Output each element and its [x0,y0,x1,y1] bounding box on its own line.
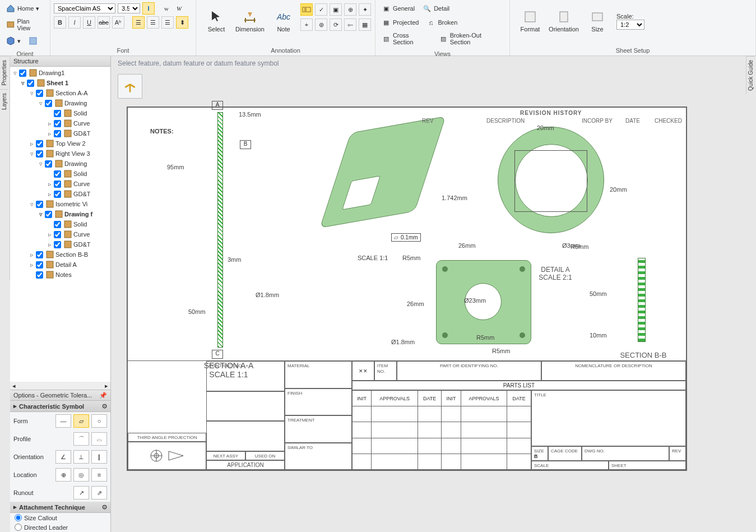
broken-view-button[interactable]: ⎌Broken [424,16,460,29]
vertical-align-button[interactable]: ⬍ [176,16,188,29]
tree-visibility-checkbox[interactable] [36,201,43,208]
tree-item[interactable]: ▿Drawing [11,159,109,169]
tree-expander-icon[interactable]: ▿ [29,201,35,208]
tree-item[interactable]: ▹Section B-B [11,249,109,260]
tree-visibility-checkbox[interactable] [54,110,61,117]
tree-item[interactable]: Solid [11,108,109,118]
size-callout-radio[interactable] [15,514,22,521]
align-right-button[interactable]: ☰ [161,16,174,29]
tree-visibility-checkbox[interactable] [45,100,52,107]
superscript-button[interactable]: Aᵇ [112,16,124,29]
total-runout-symbol[interactable]: ⇗ [91,486,107,499]
tree-visibility-checkbox[interactable] [54,191,61,198]
tree-visibility-checkbox[interactable] [45,160,52,168]
align-left-button[interactable]: ☰ [132,16,145,29]
tree-visibility-checkbox[interactable] [54,241,61,248]
tree-visibility-checkbox[interactable] [36,90,43,97]
tree-visibility-checkbox[interactable] [54,221,61,228]
drawing-canvas[interactable]: Select feature, datum feature or datum f… [111,56,746,532]
collapse-icon[interactable]: ⊙ [102,403,107,410]
tree-visibility-checkbox[interactable] [54,170,61,178]
perpendicularity-symbol[interactable]: ⊥ [73,450,89,464]
tree-item[interactable]: ▹GD&T [11,128,109,138]
detail-view-button[interactable]: 🔍Detail [420,2,452,15]
tree-item[interactable]: ▹Curve [11,229,109,239]
tree-expander-icon[interactable]: ▿ [20,80,26,87]
tree-item[interactable]: ▿Right View 3 [11,149,109,159]
display-mode-button[interactable] [26,35,40,47]
attach-technique-header[interactable]: ▸ Attachment Technique ⊙ [10,502,110,513]
plan-view-button[interactable]: Plan View [3,16,47,33]
tree-expander-icon[interactable]: ▿ [38,211,44,218]
tree-visibility-checkbox[interactable] [19,70,26,77]
thread-button[interactable]: ⊛ [315,18,327,31]
width-factor-button[interactable]: w [161,3,171,13]
tree-visibility-checkbox[interactable] [54,231,61,238]
profile-line-symbol[interactable]: ⌒ [73,432,89,446]
tree-visibility-checkbox[interactable] [54,120,61,127]
tree-visibility-checkbox[interactable] [36,271,43,279]
tree-expander-icon[interactable]: ▿ [12,70,18,77]
tree-expander-icon[interactable]: ▿ [38,160,44,168]
scale-select[interactable]: 1:2 [616,20,644,30]
projected-view-button[interactable]: ▦Projected [379,16,421,29]
tree-item[interactable]: ▹GD&T [11,189,109,199]
position-symbol[interactable]: ⊕ [55,468,71,482]
format-button[interactable]: Format [513,2,547,40]
concentricity-symbol[interactable]: ◎ [73,468,89,482]
tree-visibility-checkbox[interactable] [54,130,61,137]
tree-item[interactable]: ▿Drawing [11,98,109,108]
font-family-select[interactable]: SpaceClaim AS [54,3,115,13]
balloon-button[interactable]: ⟜ [344,18,356,31]
tree-expander-icon[interactable]: ▿ [29,150,35,158]
layers-tab[interactable]: Layers [0,89,8,113]
tree-expander-icon[interactable]: ▹ [29,261,35,269]
parallelism-symbol[interactable]: ∥ [91,450,107,464]
quick-guide-tab[interactable]: Quick Guide [746,56,755,94]
note-button[interactable]: Abc Note [267,2,300,40]
tree-horizontal-scroll[interactable]: ◂▸ [10,382,110,390]
tree-item[interactable]: ▿Drawing f [11,209,109,219]
tree-expander-icon[interactable]: ▹ [47,241,53,248]
angularity-symbol[interactable]: ∠ [55,450,71,464]
datum-button[interactable]: ▣ [330,3,342,16]
underline-button[interactable]: U [83,16,95,29]
flatness-symbol[interactable]: ▱ [73,414,89,428]
options-pin-icon[interactable]: 📌 [99,392,107,399]
tree-visibility-checkbox[interactable] [36,251,43,258]
tree-expander-icon[interactable]: ▹ [47,130,53,137]
tree-item[interactable]: ▿Sheet 1 [11,78,109,88]
table-button[interactable]: ▦ [359,18,371,31]
home-dropdown[interactable]: Home ▾ [3,2,42,15]
tree-visibility-checkbox[interactable] [54,181,61,188]
structure-tree[interactable]: ▿Drawing1▿Sheet 1▿Section A-A▿DrawingSol… [10,67,110,382]
tree-item[interactable]: ▿Section A-A [11,88,109,98]
char-symbol-header[interactable]: ▸ Characteristic Symbol ⊙ [10,401,110,412]
directed-leader-radio[interactable] [15,524,22,531]
datum-target-button[interactable]: ⊕ [344,3,356,16]
tree-item[interactable]: ▿Drawing1 [11,68,109,78]
profile-surface-symbol[interactable]: ⌓ [91,432,107,446]
tree-expander-icon[interactable]: ▹ [47,191,53,198]
tree-expander-icon[interactable]: ▹ [47,120,53,127]
tree-visibility-checkbox[interactable] [36,150,43,158]
bold-button[interactable]: B [54,16,66,29]
text-color-button[interactable]: I [142,2,155,15]
gdt-button[interactable] [300,3,313,16]
collapse-icon[interactable]: ⊙ [102,503,107,511]
view-cube-button[interactable]: ▾ [3,35,24,47]
cross-section-button[interactable]: ▧Cross Section [379,30,434,47]
triad-button[interactable] [118,74,142,99]
tree-item[interactable]: ▹GD&T [11,239,109,249]
tree-expander-icon[interactable]: ▿ [38,100,44,107]
tree-item[interactable]: Notes [11,270,109,280]
centermark-button[interactable]: ✦ [359,3,371,16]
strikethrough-button[interactable]: abc [98,16,110,29]
tree-visibility-checkbox[interactable] [27,80,34,87]
tree-visibility-checkbox[interactable] [36,140,43,147]
align-center-button[interactable]: ☰ [147,16,159,29]
circular-runout-symbol[interactable]: ↗ [73,486,89,499]
straightness-symbol[interactable]: — [55,414,71,428]
properties-tab[interactable]: Properties [0,56,8,89]
tree-expander-icon[interactable]: ▿ [29,90,35,97]
